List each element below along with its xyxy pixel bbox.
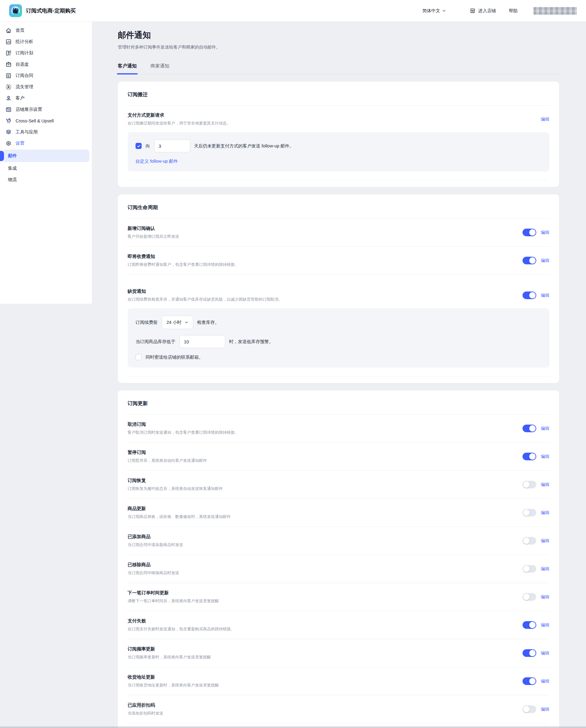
sidebar-item-label: 订阅合同 — [16, 73, 33, 78]
sidebar-item-label: 统计分析 — [16, 39, 33, 45]
payment-update-row: 支付方式更新请求 在订阅搬迁期间发送给客户，用于安全地更新其支付信息。 编辑 — [128, 112, 550, 127]
follow-up-checkbox[interactable] — [135, 143, 142, 149]
edit-link[interactable]: 编辑 — [541, 293, 550, 298]
sidebar-item-display[interactable]: 店铺展示设置 — [0, 104, 92, 115]
notification-title: 订阅频率更新 — [128, 646, 211, 652]
stock-check-panel: 订阅续费前 24 小时 检查库存。 当订阅商品库存低于 时，发送低库存预警。 — [128, 308, 550, 367]
edit-link[interactable]: 编辑 — [541, 566, 550, 572]
sidebar-sub-item-label: 物流 — [8, 177, 17, 183]
edit-link[interactable]: 编辑 — [541, 454, 550, 459]
notification-toggle[interactable] — [523, 424, 536, 432]
sidebar-sub-item-active[interactable]: 邮件 — [2, 150, 89, 162]
notification-desc: 当订阅收货地址更新时，系统将向客户发送变更提醒 — [128, 682, 219, 688]
notification-desc: 客户取消订阅时发送通知，包含客户查看订阅详情的跳转链接。 — [128, 430, 239, 435]
stock-check-interval-select[interactable]: 24 小时 — [162, 316, 193, 329]
help-link[interactable]: 帮助 — [509, 8, 517, 14]
threshold-suffix: 时，发送低库存预警。 — [229, 339, 273, 345]
enter-store-button[interactable]: 进入店铺 — [470, 8, 496, 14]
edit-link[interactable]: 编辑 — [541, 258, 550, 263]
sidebar-item-home[interactable]: 首页 — [0, 25, 92, 36]
sidebar-item-box[interactable]: 自选盒 — [0, 59, 92, 70]
stock-check-prefix: 订阅续费前 — [135, 319, 158, 326]
sidebar-item-customer[interactable]: 客户 — [0, 93, 92, 104]
notification-toggle[interactable] — [523, 509, 536, 517]
follow-up-suffix: 天后仍未更新支付方式的客户发送 follow-up 邮件。 — [194, 143, 294, 149]
interval-value: 24 小时 — [167, 319, 182, 326]
sidebar-item-plan[interactable]: 订阅计划 — [0, 47, 92, 59]
notification-toggle[interactable] — [523, 705, 536, 713]
notification-row: 新增订阅确认 客户开始新增订阅后立即发送 编辑 — [128, 218, 550, 246]
churn-icon — [5, 84, 11, 90]
home-icon — [5, 27, 11, 33]
notification-row: 商品更新 当订阅商品替换，或价格、数量修改时，系统发送通知邮件 编辑 — [128, 499, 550, 527]
notification-desc: 在订阅支付失败时发送通知，包含重新购买商品的跳转链接。 — [128, 626, 235, 632]
card-title: 订阅搬迁 — [128, 89, 550, 106]
notification-toggle[interactable] — [523, 593, 536, 601]
chevron-down-icon — [185, 320, 188, 324]
notification-toggle[interactable] — [523, 291, 536, 299]
notification-title: 新增订阅确认 — [128, 226, 179, 231]
notification-toggle[interactable] — [523, 481, 536, 488]
notification-toggle[interactable] — [523, 649, 536, 657]
notification-row: 已应用折扣码 当添加折扣码时发送 编辑 — [128, 695, 550, 723]
edit-link[interactable]: 编辑 — [541, 650, 550, 656]
tab-bar: 客户通知 商家通知 — [118, 63, 559, 74]
notification-title: 缺货通知 — [128, 288, 282, 294]
language-label: 简体中文 — [422, 8, 440, 14]
customer-icon — [5, 95, 11, 101]
language-selector[interactable]: 简体中文 — [422, 8, 446, 14]
sidebar-item-tools[interactable]: 工具与应用 — [0, 126, 92, 138]
sidebar-item-label: 流失管理 — [16, 84, 33, 90]
sidebar-item-label: 订阅计划 — [16, 50, 33, 56]
notification-title: 订阅恢复 — [128, 478, 223, 484]
follow-up-prefix: 向 — [145, 143, 150, 149]
sidebar-item-contract[interactable]: 订阅合同 — [0, 70, 92, 81]
notification-title: 收货地址更新 — [128, 674, 219, 680]
sidebar-item-analytics[interactable]: 统计分析 — [0, 36, 92, 47]
notification-toggle[interactable] — [523, 565, 536, 573]
edit-link[interactable]: 编辑 — [541, 622, 550, 628]
notification-desc: 客户开始新增订阅后立即发送 — [128, 234, 179, 239]
bcc-store-checkbox[interactable] — [135, 354, 142, 360]
notification-toggle[interactable] — [523, 453, 536, 460]
notification-desc: 当订阅商品替换，或价格、数量修改时，系统发送通知邮件 — [128, 514, 231, 520]
notification-row: 已添加商品 当订阅合同中添加新商品时发送 编辑 — [128, 527, 550, 555]
edit-link[interactable]: 编辑 — [541, 594, 550, 600]
follow-up-days-input[interactable] — [154, 139, 190, 152]
tab-customer-notifications[interactable]: 客户通知 — [118, 63, 137, 74]
edit-link[interactable]: 编辑 — [541, 116, 550, 122]
notification-row: 订阅恢复 订阅恢复为履约状态后，系统将自动发送恢复通知邮件 编辑 — [128, 471, 550, 499]
tab-merchant-notifications[interactable]: 商家通知 — [151, 63, 169, 74]
edit-link[interactable]: 编辑 — [541, 426, 550, 431]
stock-threshold-input[interactable] — [180, 335, 225, 348]
edit-link[interactable]: 编辑 — [541, 230, 550, 235]
edit-link[interactable]: 编辑 — [541, 482, 550, 488]
sidebar-item-settings[interactable]: 设置 — [0, 138, 92, 149]
notification-toggle[interactable] — [523, 537, 536, 545]
notification-toggle[interactable] — [523, 257, 536, 264]
tools-icon — [5, 129, 11, 135]
notification-row: 订阅频率更新 当订阅频率更新时，系统将向客户发送变更提醒 编辑 — [128, 639, 550, 667]
notification-toggle[interactable] — [523, 677, 536, 685]
edit-link[interactable]: 编辑 — [541, 707, 550, 712]
notification-toggle[interactable] — [523, 229, 536, 236]
account-name-masked[interactable] — [533, 7, 577, 15]
notification-desc: 当添加折扣码时发送 — [128, 710, 163, 716]
chevron-down-icon — [442, 9, 446, 12]
sidebar-item-churn[interactable]: 流失管理 — [0, 81, 92, 93]
settings-icon — [5, 140, 11, 147]
bcc-store-label: 同时密送给店铺的联系邮箱。 — [145, 355, 203, 360]
page-title: 邮件通知 — [118, 30, 559, 41]
sidebar-sub-item-item[interactable]: 物流 — [0, 174, 92, 185]
customize-follow-up-link[interactable]: 自定义 follow-up 邮件 — [135, 158, 178, 164]
edit-link[interactable]: 编辑 — [541, 538, 550, 544]
sidebar-sub-item-item[interactable]: 集成 — [0, 163, 92, 174]
edit-link[interactable]: 编辑 — [541, 510, 550, 516]
notification-title: 商品更新 — [128, 506, 231, 512]
card-title: 订阅生命周期 — [128, 202, 550, 218]
sidebar-item-cross-sell[interactable]: Cross-Sell & Upsell — [0, 115, 92, 126]
notification-toggle[interactable] — [523, 621, 536, 629]
edit-link[interactable]: 编辑 — [541, 679, 550, 684]
sidebar-sub-item-label: 邮件 — [8, 153, 17, 159]
card-subscription-updates: 订阅更新 取消订阅 客户取消订阅时发送通知，包含客户查看订阅详情的跳转链接。 编… — [118, 390, 559, 728]
